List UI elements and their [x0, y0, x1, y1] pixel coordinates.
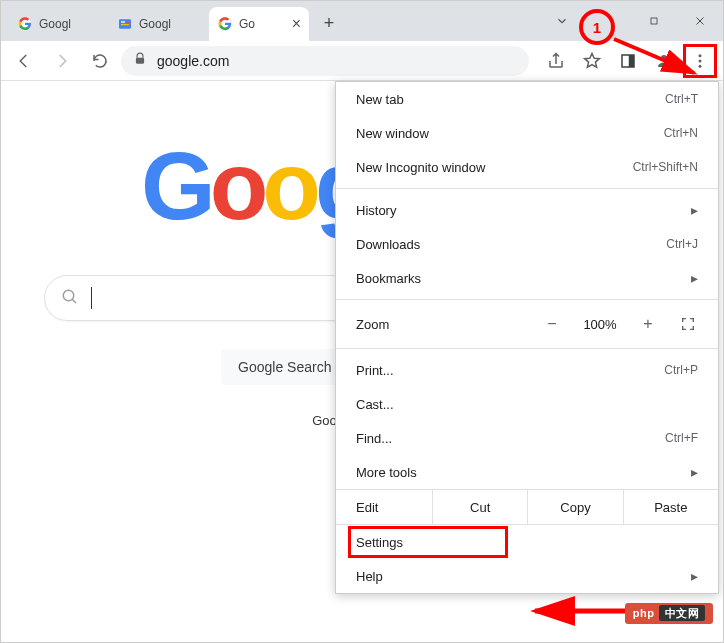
- zoom-value: 100%: [572, 317, 628, 332]
- menu-separator: [336, 348, 718, 349]
- menu-item-new-window[interactable]: New window Ctrl+N: [336, 116, 718, 150]
- tab-search-button[interactable]: [539, 1, 585, 41]
- menu-item-bookmarks[interactable]: Bookmarks ▸: [336, 261, 718, 295]
- menu-item-print[interactable]: Print... Ctrl+P: [336, 353, 718, 387]
- tab-title: Googl: [139, 17, 201, 31]
- menu-item-incognito[interactable]: New Incognito window Ctrl+Shift+N: [336, 150, 718, 184]
- menu-item-help[interactable]: Help ▸: [336, 559, 718, 593]
- forward-button[interactable]: [45, 44, 79, 78]
- menu-label: Bookmarks: [356, 271, 691, 286]
- new-tab-button[interactable]: +: [315, 9, 343, 37]
- menu-label: New window: [356, 126, 664, 141]
- tab-title: Googl: [39, 17, 101, 31]
- svg-rect-9: [136, 58, 144, 64]
- menu-label: Print...: [356, 363, 664, 378]
- menu-shortcut: Ctrl+Shift+N: [633, 160, 698, 174]
- profile-button[interactable]: [647, 44, 681, 78]
- menu-label: History: [356, 203, 691, 218]
- menu-item-history[interactable]: History ▸: [336, 193, 718, 227]
- kebab-menu-button[interactable]: [688, 49, 712, 73]
- google-favicon-icon: [17, 16, 33, 32]
- tab-3-active[interactable]: Go ×: [209, 7, 309, 41]
- tab-title: Go: [239, 17, 286, 31]
- news-favicon-icon: [117, 16, 133, 32]
- url-text: google.com: [157, 53, 229, 69]
- submenu-arrow-icon: ▸: [691, 270, 698, 286]
- search-icon: [61, 288, 79, 309]
- menu-label: New Incognito window: [356, 160, 633, 175]
- watermark-badge: php中文网: [625, 603, 713, 624]
- menu-separator: [336, 188, 718, 189]
- svg-point-13: [699, 54, 702, 57]
- menu-label: Zoom: [356, 317, 532, 332]
- bookmark-star-button[interactable]: [575, 44, 609, 78]
- menu-item-find[interactable]: Find... Ctrl+F: [336, 421, 718, 455]
- menu-item-cast[interactable]: Cast...: [336, 387, 718, 421]
- menu-label: Edit: [336, 500, 432, 515]
- cut-button[interactable]: Cut: [432, 490, 527, 524]
- reload-button[interactable]: [83, 44, 117, 78]
- close-window-button[interactable]: [677, 1, 723, 41]
- svg-rect-5: [126, 21, 129, 22]
- svg-point-14: [699, 59, 702, 62]
- tab-strip: Googl Googl Go × +: [1, 1, 723, 41]
- svg-point-15: [699, 64, 702, 67]
- window-controls: [539, 1, 723, 41]
- menu-item-downloads[interactable]: Downloads Ctrl+J: [336, 227, 718, 261]
- svg-point-12: [661, 55, 667, 61]
- address-bar[interactable]: google.com: [121, 46, 529, 76]
- chrome-main-menu: New tab Ctrl+T New window Ctrl+N New Inc…: [335, 81, 719, 594]
- menu-label: More tools: [356, 465, 691, 480]
- menu-item-edit-row: Edit Cut Copy Paste: [336, 489, 718, 525]
- close-tab-icon[interactable]: ×: [292, 15, 301, 33]
- menu-label: Cast...: [356, 397, 698, 412]
- menu-separator: [336, 299, 718, 300]
- submenu-arrow-icon: ▸: [691, 202, 698, 218]
- annotation-step-1: 1: [579, 9, 615, 45]
- menu-item-new-tab[interactable]: New tab Ctrl+T: [336, 82, 718, 116]
- svg-rect-11: [629, 55, 634, 67]
- menu-label: Find...: [356, 431, 665, 446]
- menu-item-settings[interactable]: Settings: [336, 525, 718, 559]
- svg-rect-4: [121, 24, 129, 25]
- zoom-in-button[interactable]: +: [628, 315, 668, 333]
- submenu-arrow-icon: ▸: [691, 464, 698, 480]
- google-favicon-icon: [217, 16, 233, 32]
- submenu-arrow-icon: ▸: [691, 568, 698, 584]
- lock-icon: [133, 52, 147, 69]
- tab-2[interactable]: Googl: [109, 7, 209, 41]
- zoom-out-button[interactable]: −: [532, 315, 572, 333]
- menu-shortcut: Ctrl+N: [664, 126, 698, 140]
- side-panel-button[interactable]: [611, 44, 645, 78]
- text-cursor: [91, 287, 92, 309]
- toolbar: google.com: [1, 41, 723, 81]
- menu-label: Settings: [356, 535, 698, 550]
- menu-item-zoom: Zoom − 100% +: [336, 304, 718, 344]
- maximize-button[interactable]: [631, 1, 677, 41]
- svg-line-17: [73, 299, 77, 303]
- svg-rect-8: [651, 18, 657, 24]
- svg-rect-3: [121, 21, 125, 22]
- menu-shortcut: Ctrl+J: [666, 237, 698, 251]
- annotation-highlight-kebab: [683, 44, 717, 78]
- menu-shortcut: Ctrl+T: [665, 92, 698, 106]
- fullscreen-button[interactable]: [668, 316, 708, 332]
- copy-button[interactable]: Copy: [527, 490, 622, 524]
- paste-button[interactable]: Paste: [623, 490, 718, 524]
- google-search-button[interactable]: Google Search: [221, 349, 348, 385]
- menu-label: Downloads: [356, 237, 666, 252]
- share-button[interactable]: [539, 44, 573, 78]
- menu-label: New tab: [356, 92, 665, 107]
- tab-1[interactable]: Googl: [9, 7, 109, 41]
- menu-shortcut: Ctrl+P: [664, 363, 698, 377]
- back-button[interactable]: [7, 44, 41, 78]
- svg-point-16: [64, 290, 75, 301]
- menu-item-more-tools[interactable]: More tools ▸: [336, 455, 718, 489]
- menu-label: Help: [356, 569, 691, 584]
- menu-shortcut: Ctrl+F: [665, 431, 698, 445]
